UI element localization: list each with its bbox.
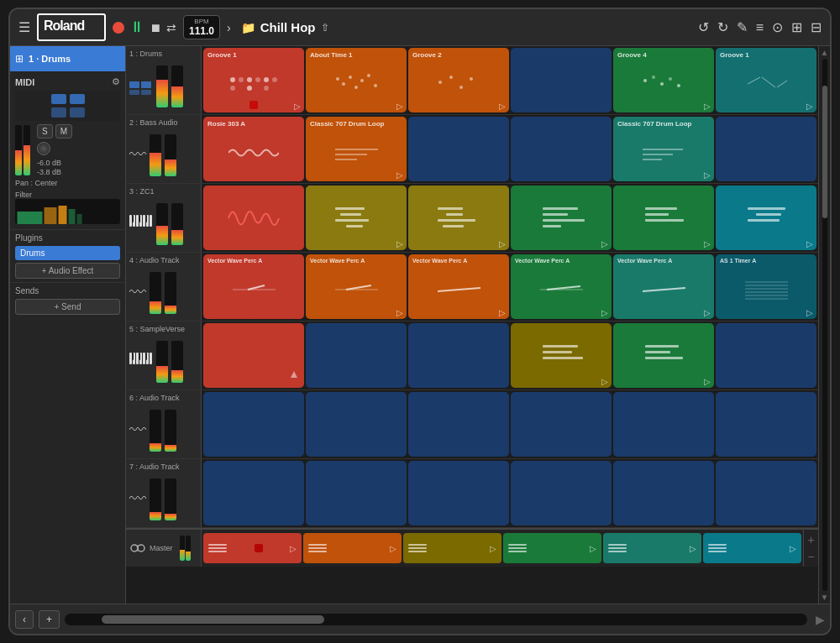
clip[interactable]: Groove 1 [203,48,304,112]
track-7-name: 7 : Audio Track [129,463,197,471]
svg-rect-74 [756,213,781,216]
clock-icon[interactable]: ⊙ [772,19,783,35]
master-clip[interactable]: ▷ [503,533,601,563]
menu-icon[interactable]: ☰ [18,19,30,35]
track-1-info: 1 : Drums [126,46,202,114]
clip[interactable] [203,323,304,388]
clip[interactable] [613,392,714,457]
track-row: 5 : SampleVerse [126,322,818,390]
track-row: 4 : Audio Track 〰 Vector Wave Perc A [126,253,818,322]
clip[interactable] [306,323,407,388]
master-clip[interactable]: ▷ [203,533,302,563]
clip[interactable] [203,392,304,457]
master-clip[interactable]: ▷ [303,533,402,563]
master-clip[interactable]: ▷ [703,533,801,563]
bpm-box[interactable]: BPM 111.0 [183,15,220,39]
clip[interactable] [511,461,612,525]
add-button[interactable]: + [39,610,60,629]
clip[interactable] [716,461,816,525]
clip[interactable] [408,461,509,525]
clip[interactable]: ▷ [408,186,509,250]
scroll-right-arrow[interactable]: ▶ [816,613,825,626]
svg-point-107 [138,545,144,552]
clip[interactable]: ▷ [716,186,816,250]
record-button[interactable] [113,22,124,34]
scroll-down-button[interactable]: − [807,550,814,563]
scroll-up-button[interactable]: + [807,533,814,546]
share-icon[interactable]: ⇧ [321,22,329,34]
clip[interactable] [613,461,714,525]
svg-point-21 [247,86,252,91]
prev-button[interactable]: ‹ [15,610,34,629]
master-clip[interactable]: ▷ [403,533,501,563]
track-row: 3 : ZC1 [126,184,818,253]
play-button[interactable]: ⏸ [129,18,144,36]
solo-button[interactable]: S [37,124,53,139]
settings-icon[interactable]: ⊟ [811,19,822,35]
clip[interactable]: Vector Wave Perc A ▷ [306,254,407,319]
project-section: 📁 Chill Hop ⇧ [241,20,329,34]
plugin-drums[interactable]: Drums [15,246,120,260]
clip[interactable] [408,323,509,388]
clip[interactable] [716,392,816,457]
stop-button[interactable]: ⏹ [150,21,161,34]
clip[interactable]: About Time 1 [306,48,407,112]
clip[interactable]: Classic 707 Drum Loop ▷ [306,117,407,181]
clip[interactable]: Classic 707 Drum Loop ▷ [613,117,714,181]
clip[interactable] [408,392,509,457]
pencil-icon[interactable]: ✎ [737,19,748,35]
svg-rect-72 [645,219,684,222]
midi-instrument-area[interactable] [15,91,120,121]
clip[interactable]: Groove 4 ▷ [613,48,714,112]
undo-icon[interactable]: ↺ [698,19,709,35]
scroll-down-arrow[interactable]: ▼ [821,593,829,602]
clip[interactable]: Vector Wave Perc A [203,254,304,319]
loop-button[interactable]: ⇄ [166,21,176,34]
gear-icon[interactable]: ⚙ [112,76,120,87]
clip[interactable]: ▷ [306,186,407,250]
svg-rect-71 [645,213,669,216]
clip[interactable]: ▷ [511,186,612,250]
clip[interactable] [306,392,407,457]
clip[interactable] [408,117,509,181]
clip[interactable]: Groove 2 ▷ [408,48,509,112]
clip[interactable]: Vector Wave Perc A ▷ [613,254,714,319]
volume-knob[interactable] [37,142,50,155]
svg-line-39 [748,77,760,84]
svg-rect-13 [141,90,151,95]
svg-rect-52 [143,215,145,227]
bottom-bar: ‹ + ▶ [10,604,830,634]
svg-point-20 [230,86,235,91]
mute-button[interactable]: M [55,124,72,139]
add-send-button[interactable]: + Send [15,299,120,315]
svg-line-83 [643,288,685,291]
clip[interactable] [306,461,407,525]
clip[interactable] [511,117,612,181]
clip[interactable] [511,392,612,457]
clip[interactable]: AS 1 Timer A [716,254,816,319]
clip[interactable]: Groove 1 ▷ [716,48,816,112]
scroll-thumb [102,615,324,624]
svg-rect-48 [129,215,132,227]
clip[interactable] [716,323,816,388]
redo-icon[interactable]: ↻ [717,19,728,35]
clip[interactable]: Vector Wave Perc A ▷ [511,254,612,319]
bpm-arrow[interactable]: › [227,21,231,34]
clip[interactable] [511,48,612,112]
clip[interactable] [716,117,816,181]
clip[interactable] [203,186,304,250]
scroll-up-arrow[interactable]: ▲ [821,48,829,57]
clip[interactable]: ▷ [511,323,612,388]
clip[interactable]: Rosie 303 A [203,117,304,181]
track-1-name: 1 : Drums [129,50,197,58]
clip[interactable]: ▷ [613,323,714,388]
add-effect-button[interactable]: + Audio Effect [15,263,120,279]
list-icon[interactable]: ≡ [756,20,764,35]
master-clip[interactable]: ▷ [603,533,701,563]
clip[interactable]: Vector Wave Perc A ▷ [408,254,509,319]
svg-rect-65 [443,225,464,227]
clip[interactable] [203,461,304,525]
clip[interactable]: ▷ [613,186,714,250]
grid-icon[interactable]: ⊞ [791,19,802,35]
horizontal-scrollbar[interactable] [65,614,807,625]
